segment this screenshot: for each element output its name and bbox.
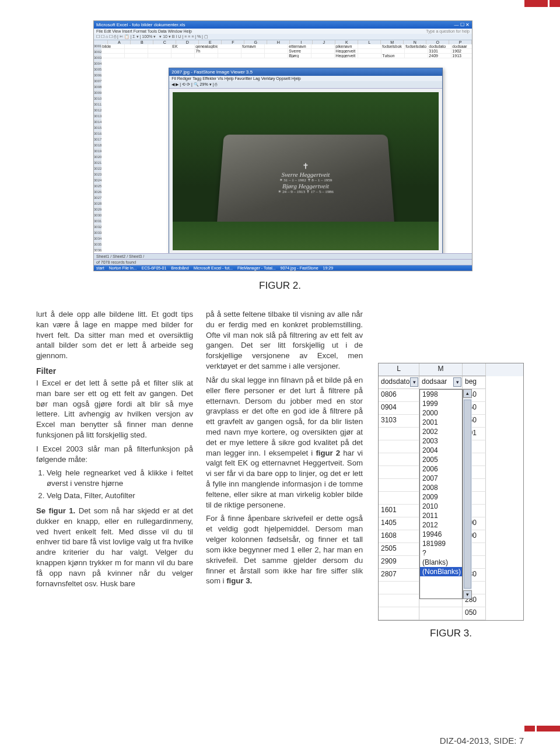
figure-3-caption: FIGUR 3. bbox=[378, 628, 524, 639]
excel-statusbar: of 7078 records found bbox=[94, 259, 472, 265]
paragraph: I Excel 2003 slår man på filterfunksjon … bbox=[36, 444, 193, 465]
field-dodsdato: dodsdato ▾ bbox=[379, 376, 419, 389]
filter-heading: Filter bbox=[36, 366, 193, 377]
window-controls: — ☐ ✕ bbox=[454, 22, 470, 27]
paragraph: Se figur 1. Det som nå har skjedd er at … bbox=[36, 506, 193, 589]
col-header-M: M bbox=[419, 363, 463, 376]
figure-2-screenshot: Microsoft Excel - foto bilder dokumenter… bbox=[93, 20, 473, 271]
numbered-list: Velg hele regnearket ved å klikke i felt… bbox=[47, 468, 193, 501]
paragraph: I Excel er det lett å sette på et filter… bbox=[36, 378, 193, 440]
figure-3-area: L M dodsdato ▾ dodsaar ▾ beg 08061400904… bbox=[378, 363, 524, 639]
viewer-image-area: ✝ Sverre Heggertveit ✶ 31 – 1 – 1902 ✝ 8… bbox=[173, 92, 439, 250]
start-button: start bbox=[96, 266, 104, 270]
viewer-toolbar: ◀ ▶ | ⟲ ⟳ | 🔍 29% ▾ | ⎙ bbox=[169, 81, 442, 89]
excel-title: Microsoft Excel - foto bilder dokumenter… bbox=[96, 22, 186, 27]
excel-menubar: File Edit View Insert Format Tools Data … bbox=[94, 29, 472, 34]
excel-sheet: ABCDEFGHIJKLMNOP 30013002300330043005300… bbox=[94, 40, 472, 253]
viewer-titlebar: 2087.jpg - FastStone Image Viewer 3.5 bbox=[169, 68, 442, 76]
page-footer: DIZ-04-2013, SIDE: 7 bbox=[440, 736, 524, 746]
field-dodsaar: dodsaar ▾ bbox=[419, 376, 463, 389]
gravestone-image: ✝ Sverre Heggertveit ✶ 31 – 1 – 1902 ✝ 8… bbox=[217, 134, 394, 224]
footer-accent bbox=[523, 726, 560, 732]
col-header-L: L bbox=[379, 363, 419, 376]
paragraph: For å finne åpenbare skrivefeil er dette… bbox=[206, 513, 363, 586]
article-body: lurt å dele opp alle bildene litt. Et go… bbox=[36, 309, 363, 591]
excel-toolbar-1: ☐ ☐ ⌂ ☐ ⎙ | ✄ 📋 | Σ ▾ | 100% ▾ ▾ 10 ▾ B … bbox=[94, 34, 472, 40]
paragraph: lurt å dele opp alle bildene litt. Et go… bbox=[36, 309, 193, 361]
filter-dropdown-icon: ▾ bbox=[410, 377, 418, 387]
list-item: Velg hele regnearket ved å klikke i felt… bbox=[47, 468, 193, 489]
figure-2-caption: FIGUR 2. bbox=[0, 280, 560, 292]
filter-dropdown-icon: ▾ bbox=[453, 377, 461, 387]
windows-taskbar: start Norton File In...ECS-6F05-01Bredbå… bbox=[94, 265, 472, 271]
list-item: Velg Data, Filter, Autofilter bbox=[47, 491, 193, 501]
figure-3-excel-filter: L M dodsdato ▾ dodsaar ▾ beg 08061400904… bbox=[378, 363, 524, 621]
viewer-menubar: Fil Rediger Tagg Effekter Vis Hjelp Favo… bbox=[169, 76, 442, 81]
field-beg: beg bbox=[463, 376, 486, 389]
excel-sheet-tabs: Sheet1 / Sheet2 / Sheet3 / bbox=[94, 253, 472, 259]
image-viewer-window: 2087.jpg - FastStone Image Viewer 3.5 Fi… bbox=[169, 68, 443, 253]
paragraph: Når du skal legge inn filnavn på et bild… bbox=[206, 375, 363, 510]
col-header-blank bbox=[463, 363, 486, 376]
cross-icon: ✝ bbox=[302, 162, 309, 171]
excel-titlebar: Microsoft Excel - foto bilder dokumenter… bbox=[94, 21, 472, 29]
autofilter-dropdown: 1998199920002001200220032004200520062007… bbox=[419, 389, 463, 599]
header-accent bbox=[523, 0, 560, 7]
paragraph: på å sette feltene tilbake til visning a… bbox=[206, 309, 363, 372]
